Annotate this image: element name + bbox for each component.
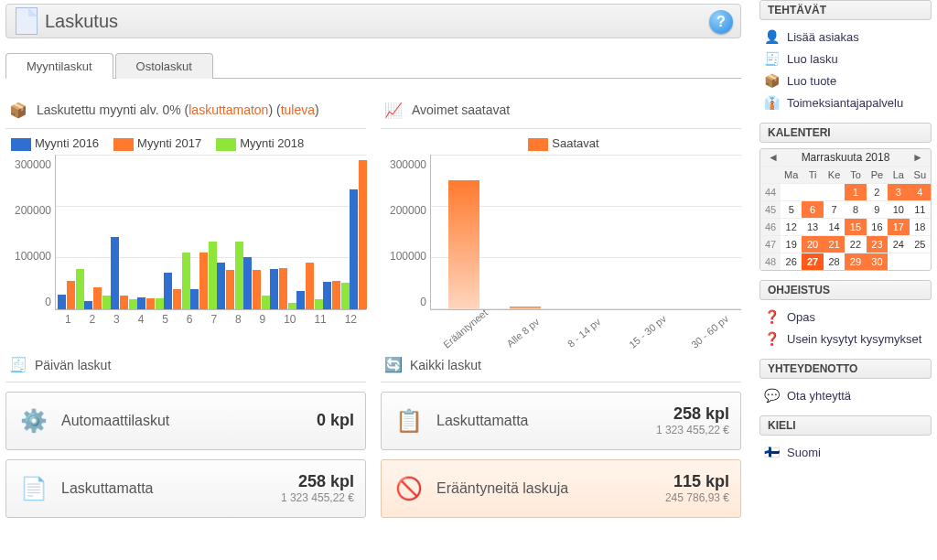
overdue-icon: 🚫 <box>393 472 425 505</box>
person-add-icon: 👤 <box>763 28 780 45</box>
card-laskuttamatta-all[interactable]: 📋 Laskuttamatta 258 kpl1 323 455,22 € <box>381 392 741 450</box>
task-lisaa-asiakas[interactable]: 👤Lisää asiakas <box>759 26 932 48</box>
clipboard-icon: 📋 <box>393 404 425 437</box>
help-circle-icon: ❓ <box>763 308 780 325</box>
all-invoices-col: 🔄 Kaikki laskut 📋 Laskuttamatta 258 kpl1… <box>381 352 741 518</box>
cal-day[interactable]: 25 <box>910 235 931 253</box>
invoice-icon <box>16 10 38 32</box>
receivables-legend: Saatavat <box>386 136 741 151</box>
receivables-chart: 3000002000001000000 ErääntyneetAlle 8 pv… <box>381 155 741 328</box>
cal-day[interactable]: 12 <box>781 218 802 235</box>
lang-panel: KIELI 🇫🇮Suomi <box>759 415 932 463</box>
cal-day <box>910 253 931 270</box>
cal-day[interactable]: 5 <box>781 200 802 218</box>
task-luo-tuote[interactable]: 📦Luo tuote <box>759 70 932 92</box>
card-automaattilaskut[interactable]: ⚙️ Automaattilaskut 0 kpl <box>5 392 366 450</box>
day-invoices-col: 🧾 Päivän laskut ⚙️ Automaattilaskut 0 kp… <box>5 352 366 518</box>
cal-day[interactable]: 8 <box>845 200 866 218</box>
task-luo-lasku[interactable]: 🧾Luo lasku <box>759 48 932 70</box>
tab-myyntilaskut[interactable]: Myyntilaskut <box>5 53 113 79</box>
page-title: Laskutus <box>45 11 118 32</box>
refresh-icon: 🔄 <box>382 354 404 376</box>
cal-day[interactable]: 18 <box>910 218 931 235</box>
product-add-icon: 📦 <box>763 72 780 89</box>
document-icon: 🧾 <box>7 354 29 376</box>
cal-day[interactable]: 22 <box>845 235 866 253</box>
receivables-chart-panel: 📈 Avoimet saatavat Saatavat 300000200000… <box>381 95 741 328</box>
cal-day[interactable]: 2 <box>867 183 888 200</box>
cal-next[interactable]: ► <box>909 151 927 164</box>
lang-item[interactable]: 🇫🇮Suomi <box>759 441 932 463</box>
cal-day[interactable]: 9 <box>867 200 888 218</box>
card-laskuttamatta-day[interactable]: 📄 Laskuttamatta 258 kpl1 323 455,22 € <box>5 459 366 518</box>
help-circle-icon: ❓ <box>763 330 780 347</box>
cal-day[interactable]: 14 <box>824 218 845 235</box>
tab-ostolaskut[interactable]: Ostolaskut <box>115 53 213 79</box>
cal-day <box>824 183 845 200</box>
help-icon[interactable]: ? <box>709 10 733 34</box>
cal-day[interactable]: 4 <box>910 183 931 200</box>
chat-icon: 💬 <box>763 387 780 404</box>
contact-title: YHTEYDENOTTO <box>759 359 932 379</box>
contact-item[interactable]: 💬Ota yhteyttä <box>759 384 932 406</box>
help-opas[interactable]: ❓Opas <box>759 306 932 328</box>
page-header: Laskutus ? <box>5 4 741 38</box>
task-toimeksiantaja[interactable]: 👔Toimeksiantajapalvelu <box>759 92 932 113</box>
help-panel: OHJEISTUS ❓Opas ❓Usein kysytyt kysymykse… <box>759 280 932 350</box>
lang-title: KIELI <box>759 415 932 436</box>
cal-day[interactable]: 24 <box>888 235 909 253</box>
calendar-panel: KALENTERI ◄ Marraskuuta 2018 ► MaTiKeToP… <box>759 123 932 271</box>
sales-legend: Myynti 2016 Myynti 2017 Myynti 2018 <box>11 136 366 151</box>
cal-day[interactable]: 23 <box>867 235 888 253</box>
cal-day[interactable]: 20 <box>802 235 823 253</box>
box-icon: 📦 <box>7 99 29 121</box>
tabs: Myyntilaskut Ostolaskut <box>5 53 741 79</box>
cal-day[interactable]: 3 <box>888 183 909 200</box>
cal-day <box>802 183 823 200</box>
cal-day <box>888 253 909 270</box>
calendar-title: KALENTERI <box>759 123 932 143</box>
cal-day[interactable]: 16 <box>867 218 888 235</box>
tasks-title: TEHTÄVÄT <box>759 0 932 20</box>
cal-day[interactable]: 13 <box>802 218 823 235</box>
automatic-invoice-icon: ⚙️ <box>17 404 50 437</box>
help-title: OHJEISTUS <box>759 280 932 300</box>
cal-day[interactable]: 29 <box>845 253 866 270</box>
contact-panel: YHTEYDENOTTO 💬Ota yhteyttä <box>759 359 932 406</box>
cal-day[interactable]: 26 <box>781 253 802 270</box>
cal-day <box>781 183 802 200</box>
card-eraantyneet[interactable]: 🚫 Erääntyneitä laskuja 115 kpl245 786,93… <box>381 459 741 518</box>
chart-icon: 📈 <box>382 99 404 121</box>
help-faq[interactable]: ❓Usein kysytyt kysymykset <box>759 328 932 350</box>
day-invoices-title: Päivän laskut <box>35 358 111 372</box>
cal-day[interactable]: 21 <box>824 235 845 253</box>
tasks-panel: TEHTÄVÄT 👤Lisää asiakas 🧾Luo lasku 📦Luo … <box>759 0 932 113</box>
cal-month: Marraskuuta 2018 <box>802 151 890 164</box>
cal-day[interactable]: 11 <box>910 200 931 218</box>
receivables-panel-title: Avoimet saatavat <box>412 102 510 117</box>
invoice-add-icon: 🧾 <box>763 50 780 67</box>
cal-day[interactable]: 28 <box>824 253 845 270</box>
cal-prev[interactable]: ◄ <box>764 151 782 164</box>
cal-day[interactable]: 19 <box>781 235 802 253</box>
cal-day[interactable]: 7 <box>824 200 845 218</box>
cal-day[interactable]: 27 <box>802 253 823 270</box>
sales-chart: 3000002000001000000 123456789101112 <box>5 155 366 328</box>
cal-day[interactable]: 10 <box>888 200 909 218</box>
sales-panel-title: Laskutettu myynti alv. 0% (laskuttamaton… <box>37 102 319 117</box>
all-invoices-title: Kaikki laskut <box>410 358 481 372</box>
unlocked-invoice-icon: 📄 <box>17 472 50 505</box>
cal-day[interactable]: 17 <box>888 218 909 235</box>
cal-day[interactable]: 1 <box>845 183 866 200</box>
person-icon: 👔 <box>763 94 780 111</box>
flag-icon: 🇫🇮 <box>763 444 780 460</box>
cal-day[interactable]: 15 <box>845 218 866 235</box>
cal-day[interactable]: 6 <box>802 200 823 218</box>
sales-chart-panel: 📦 Laskutettu myynti alv. 0% (laskuttamat… <box>5 95 366 328</box>
calendar-grid: MaTiKeToPeLaSu44123445567891011461213141… <box>760 166 931 270</box>
cal-day[interactable]: 30 <box>867 253 888 270</box>
